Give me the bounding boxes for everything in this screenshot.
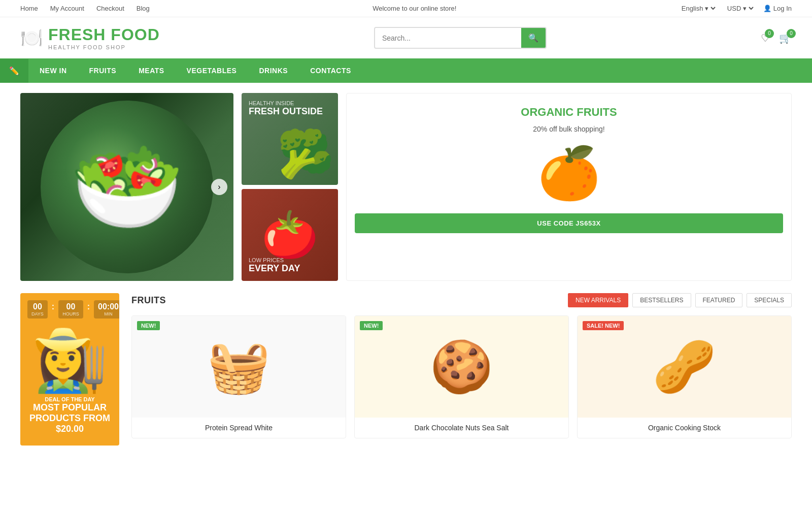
slider-image: 🥗 <box>20 93 233 281</box>
edit-icon: ✏️ <box>0 59 28 83</box>
logo-main-text: FRESH FOOD <box>48 25 160 44</box>
user-icon: 👤 <box>763 5 771 12</box>
top-bar: Home My Account Checkout Blog Welcome to… <box>0 0 812 17</box>
products-header: FRUITS NEW ARRIVALS BESTSELLERS FEATURED… <box>131 293 792 307</box>
product-card: NEW! 🍪 Dark Chocolate Nuts Sea Salt <box>354 315 569 438</box>
salad-emoji: 🥗 <box>70 133 184 241</box>
header: 🍽️ FRESH FOOD HEALTHY FOOD SHOP 🔍 ♡ 0 🛒 … <box>0 17 812 58</box>
cart-count: 0 <box>787 29 796 38</box>
nav-checkout[interactable]: Checkout <box>96 5 124 12</box>
logo-text: FRESH FOOD HEALTHY FOOD SHOP <box>48 25 160 50</box>
products-section: 00 DAYS : 00 HOURS : 00:00 MIN 👩‍🌾 <box>20 293 792 446</box>
products-tabs: NEW ARRIVALS BESTSELLERS FEATURED SPECIA… <box>568 293 792 307</box>
tab-featured[interactable]: FEATURED <box>695 293 743 307</box>
top-nav-links: Home My Account Checkout Blog <box>20 5 150 12</box>
product-emoji-3: 🥜 <box>653 337 716 397</box>
banner-top-label: HEALTHY INSIDE FRESH OUTSIDE <box>249 100 323 117</box>
product-image-3: SALE! NEW! 🥜 <box>578 316 791 418</box>
header-icons: ♡ 0 🛒 0 <box>761 32 792 44</box>
search-bar: 🔍 <box>374 27 547 49</box>
vegetables-emoji: 🥦 <box>277 128 334 181</box>
search-input[interactable] <box>375 29 521 47</box>
main-content: 🥗 › 🥦 HEALTHY INSIDE FRESH OUTSIDE 🍅 LOW… <box>0 83 812 456</box>
product-image-2: NEW! 🍪 <box>355 316 568 418</box>
nav-new-in[interactable]: NEW IN <box>28 58 78 83</box>
search-button[interactable]: 🔍 <box>521 28 546 48</box>
banner-bottom-sub: LOW PRICES <box>249 257 300 263</box>
product-name-3: Organic Cooking Stock <box>584 424 785 432</box>
banner-bottom-label: LOW PRICES EVERY DAY <box>249 257 300 274</box>
deal-desc: MOST POPULAR PRODUCTS FROM $20.00 <box>20 402 119 441</box>
nav-my-account[interactable]: My Account <box>50 5 84 12</box>
main-nav: ✏️ NEW IN FRUITS MEATS VEGETABLES DRINKS… <box>0 58 812 83</box>
logo-sub-text: HEALTHY FOOD SHOP <box>48 44 160 50</box>
product-emoji-2: 🍪 <box>430 337 493 397</box>
products-main: FRUITS NEW ARRIVALS BESTSELLERS FEATURED… <box>131 293 792 446</box>
deal-sidebar: 00 DAYS : 00 HOURS : 00:00 MIN 👩‍🌾 <box>20 293 119 446</box>
product-info-1: Protein Spread White <box>132 418 346 438</box>
timer-row: 00 DAYS : 00 HOURS : 00:00 MIN <box>27 300 112 319</box>
logo-icon: 🍽️ <box>20 27 43 49</box>
welcome-message: Welcome to our online store! <box>373 5 456 12</box>
promo-button[interactable]: USE CODE JS653X <box>355 213 783 233</box>
timer-sep2: : <box>86 300 91 311</box>
hero-section: 🥗 › 🥦 HEALTHY INSIDE FRESH OUTSIDE 🍅 LOW… <box>20 93 792 281</box>
timer-sep1: : <box>51 300 55 311</box>
timer-min: 00:00 MIN <box>94 300 119 319</box>
products-title: FRUITS <box>131 295 166 306</box>
deal-label: DEAL OF THE DAY <box>20 396 119 402</box>
product-name-1: Protein Spread White <box>138 424 340 432</box>
tomato-emoji: 🍅 <box>261 208 318 262</box>
nav-fruits[interactable]: FRUITS <box>78 58 128 83</box>
promo-box: ORGANIC FRUITS 20% off bulk shopping! 🍊 … <box>346 93 792 281</box>
product-card: SALE! NEW! 🥜 Organic Cooking Stock <box>577 315 792 438</box>
product-info-3: Organic Cooking Stock <box>578 418 791 438</box>
timer-hours: 00 HOURS <box>58 300 83 319</box>
login-link[interactable]: 👤 Log In <box>763 5 792 12</box>
banner-top-main: FRESH OUTSIDE <box>249 106 323 117</box>
tab-new-arrivals[interactable]: NEW ARRIVALS <box>568 293 628 307</box>
nav-contacts[interactable]: CONTACTS <box>299 58 362 83</box>
nav-blog[interactable]: Blog <box>137 5 150 12</box>
banner-bottom[interactable]: 🍅 LOW PRICES EVERY DAY <box>242 189 338 281</box>
banner-bottom-main: EVERY DAY <box>249 263 300 274</box>
slider-next-button[interactable]: › <box>211 179 227 195</box>
side-banners: 🥦 HEALTHY INSIDE FRESH OUTSIDE 🍅 LOW PRI… <box>242 93 338 281</box>
deal-person-emoji: 👩‍🌾 <box>20 325 119 396</box>
nav-meats[interactable]: MEATS <box>127 58 175 83</box>
wishlist-button[interactable]: ♡ 0 <box>761 32 770 44</box>
nav-home[interactable]: Home <box>20 5 38 12</box>
banner-top[interactable]: 🥦 HEALTHY INSIDE FRESH OUTSIDE <box>242 93 338 185</box>
product-card: NEW! 🧺 Protein Spread White <box>131 315 346 438</box>
nav-drinks[interactable]: DRINKS <box>248 58 299 83</box>
promo-sub: 20% off bulk shopping! <box>533 125 604 133</box>
banner-top-sub: HEALTHY INSIDE <box>249 100 323 106</box>
language-selector[interactable]: English ▾ <box>680 4 717 13</box>
product-info-2: Dark Chocolate Nuts Sea Salt <box>355 418 568 438</box>
product-image-1: NEW! 🧺 <box>132 316 346 418</box>
product-badge-2: NEW! <box>360 321 383 330</box>
product-badge-3: SALE! NEW! <box>583 321 624 330</box>
orange-visual: 🍊 <box>537 143 601 203</box>
tab-specials[interactable]: SPECIALS <box>747 293 792 307</box>
logo[interactable]: 🍽️ FRESH FOOD HEALTHY FOOD SHOP <box>20 25 160 50</box>
main-slider: 🥗 › <box>20 93 233 281</box>
tab-bestsellers[interactable]: BESTSELLERS <box>632 293 691 307</box>
promo-title: ORGANIC FRUITS <box>521 106 617 119</box>
currency-selector[interactable]: USD ▾ <box>725 4 755 13</box>
nav-vegetables[interactable]: VEGETABLES <box>176 58 248 83</box>
salad-visual: 🥗 <box>41 101 213 273</box>
product-badge-1: NEW! <box>137 321 160 330</box>
timer-days: 00 DAYS <box>27 300 48 319</box>
cart-button[interactable]: 🛒 0 <box>779 32 792 44</box>
product-emoji-1: 🧺 <box>207 337 270 397</box>
wishlist-count: 0 <box>765 29 774 38</box>
product-name-2: Dark Chocolate Nuts Sea Salt <box>361 424 562 432</box>
top-bar-right: English ▾ USD ▾ 👤 Log In <box>680 4 792 13</box>
products-grid: NEW! 🧺 Protein Spread White NEW! 🍪 Dark … <box>131 315 792 438</box>
